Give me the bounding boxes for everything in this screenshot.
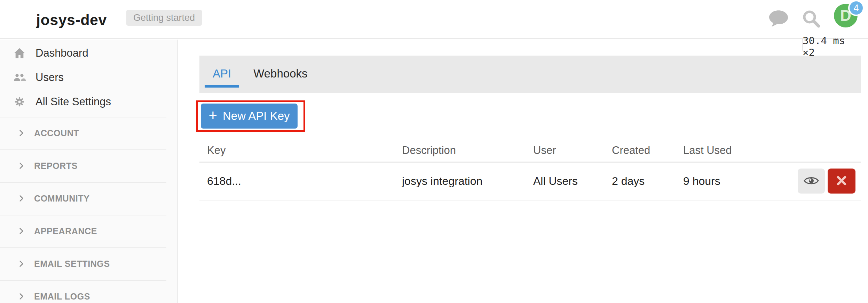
- view-key-button[interactable]: [798, 169, 825, 194]
- sidebar-section-label: APPEARANCE: [34, 226, 97, 236]
- sidebar-item-label: Users: [35, 71, 64, 84]
- tab-api[interactable]: API: [205, 58, 239, 88]
- sidebar-section-email-logs[interactable]: EMAIL LOGS: [0, 280, 177, 303]
- sidebar-section-label: ACCOUNT: [34, 128, 79, 138]
- search-icon: [802, 24, 821, 30]
- sidebar-section-label: REPORTS: [34, 161, 78, 171]
- chevron-right-icon: [17, 161, 26, 170]
- chat-button[interactable]: [768, 10, 789, 29]
- column-header-description: Description: [402, 140, 533, 162]
- close-icon: [836, 175, 847, 187]
- cell-user: All Users: [533, 162, 612, 200]
- tab-bar: API Webhooks: [199, 56, 861, 93]
- chevron-right-icon: [17, 227, 26, 236]
- new-api-key-button[interactable]: + New API Key: [201, 104, 298, 129]
- eye-icon: [804, 175, 819, 187]
- sidebar-item-all-site-settings[interactable]: All Site Settings: [0, 90, 177, 114]
- sidebar-section-label: COMMUNITY: [34, 194, 90, 204]
- getting-started-badge[interactable]: Getting started: [126, 10, 202, 26]
- delete-key-button[interactable]: [828, 169, 855, 194]
- chat-icon: [768, 24, 789, 29]
- notification-badge[interactable]: 4: [848, 0, 864, 16]
- cell-created: 2 days: [612, 162, 683, 200]
- api-keys-table: Key Description User Created Last Used 6…: [199, 140, 861, 200]
- column-header-key: Key: [199, 140, 402, 162]
- column-header-user: User: [533, 140, 612, 162]
- chevron-right-icon: [17, 129, 26, 138]
- search-button[interactable]: [802, 9, 821, 30]
- sidebar-section-label: EMAIL LOGS: [34, 292, 90, 302]
- gear-icon: [13, 96, 26, 107]
- sidebar-section-account[interactable]: ACCOUNT: [0, 117, 177, 149]
- column-header-created: Created: [612, 140, 683, 162]
- chevron-right-icon: [17, 292, 26, 301]
- cell-last-used: 9 hours: [683, 175, 720, 188]
- sidebar-section-reports[interactable]: REPORTS: [0, 149, 177, 182]
- sidebar-item-dashboard[interactable]: Dashboard: [0, 41, 177, 65]
- tab-webhooks[interactable]: Webhooks: [245, 58, 315, 88]
- chevron-right-icon: [17, 259, 26, 268]
- sidebar-item-label: All Site Settings: [35, 96, 111, 108]
- sidebar-section-email-settings[interactable]: EMAIL SETTINGS: [0, 247, 177, 280]
- sidebar-section-label: EMAIL SETTINGS: [34, 259, 110, 269]
- plus-icon: +: [208, 108, 217, 123]
- chevron-right-icon: [17, 194, 26, 203]
- profiler-chip[interactable]: 30.4 ms ×2: [802, 39, 868, 54]
- table-row: 618d... josys integration All Users 2 da…: [199, 162, 861, 200]
- column-header-last-used: Last Used: [683, 140, 861, 162]
- sidebar: Dashboard Users: [0, 40, 178, 303]
- sidebar-item-label: Dashboard: [35, 47, 88, 59]
- sidebar-item-users[interactable]: Users: [0, 65, 177, 90]
- home-icon: [13, 48, 26, 59]
- hamburger-menu-button[interactable]: [6, 13, 24, 30]
- sidebar-section-community[interactable]: COMMUNITY: [0, 182, 177, 215]
- new-api-key-button-label: New API Key: [223, 109, 290, 123]
- sidebar-section-appearance[interactable]: APPEARANCE: [0, 215, 177, 247]
- cell-description: josys integration: [402, 162, 533, 200]
- users-icon: [13, 73, 26, 82]
- table-header-row: Key Description User Created Last Used: [199, 140, 861, 162]
- site-title[interactable]: josys-dev: [36, 11, 107, 28]
- app-header: josys-dev Getting started D 4: [0, 0, 868, 39]
- cell-key: 618d...: [199, 162, 402, 200]
